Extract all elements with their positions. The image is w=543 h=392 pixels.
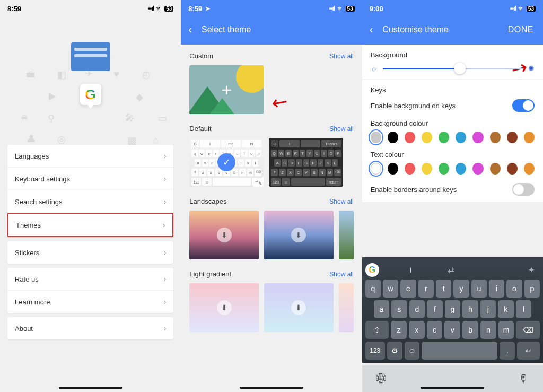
- brightness-slider[interactable]: ☼ ✺: [371, 64, 535, 73]
- home-indicator[interactable]: [240, 387, 303, 389]
- key-shift[interactable]: ⇧: [365, 321, 389, 339]
- menu-item-languages[interactable]: Languages›: [7, 145, 173, 167]
- colour-swatch[interactable]: [507, 163, 518, 175]
- colour-swatch[interactable]: [456, 163, 466, 175]
- colour-swatch[interactable]: [439, 132, 449, 143]
- theme-gradient-1[interactable]: ⬇: [189, 283, 259, 332]
- key-b[interactable]: b: [462, 321, 478, 339]
- back-button[interactable]: ‹: [188, 23, 192, 36]
- menu-item-keyboard-settings[interactable]: Keyboard settings›: [7, 167, 173, 190]
- colour-swatch[interactable]: [524, 132, 535, 143]
- colour-swatch[interactable]: [472, 132, 483, 143]
- pane-customise-theme: 9:00 ••ıl ᯤ 53 ‹ Customise theme DONE ↙ …: [362, 0, 543, 392]
- menu-item-about[interactable]: About›: [7, 317, 173, 339]
- key-backspace[interactable]: ⌫: [516, 321, 540, 339]
- key-k[interactable]: k: [498, 300, 513, 318]
- text-colour-swatches: [371, 163, 535, 175]
- colour-swatch[interactable]: [405, 132, 415, 143]
- key-t[interactable]: t: [436, 280, 451, 298]
- key-z[interactable]: z: [391, 321, 407, 339]
- slider-thumb[interactable]: [454, 63, 466, 74]
- menu-item-themes[interactable]: Themes›: [7, 213, 173, 237]
- suggestion-slot[interactable]: [461, 264, 521, 276]
- home-indicator[interactable]: [59, 387, 122, 389]
- key-settings[interactable]: ⚙: [387, 342, 402, 360]
- key-o[interactable]: o: [506, 280, 522, 298]
- colour-swatch[interactable]: [371, 163, 381, 175]
- colour-swatch[interactable]: [405, 163, 415, 175]
- menu-item-search-settings[interactable]: Search settings›: [7, 190, 173, 213]
- key-q[interactable]: q: [365, 280, 381, 298]
- key-g[interactable]: g: [445, 300, 460, 318]
- translate-icon[interactable]: ⇄: [442, 265, 459, 275]
- key-return[interactable]: ↵: [517, 342, 540, 360]
- home-indicator[interactable]: [421, 387, 484, 389]
- theme-landscape-2[interactable]: ⬇: [264, 211, 334, 259]
- theme-add-custom[interactable]: +: [189, 65, 264, 114]
- menu-item-learn-more[interactable]: Learn more›: [7, 290, 173, 313]
- gboard-hero: 💼︎ ◧ ✈︎ ♥︎ ◴ ▶︎ ◆ 🚘︎ ⚲ 🎤︎ ▭ 👤︎ ◎ ▩ ⌂ G: [0, 42, 181, 141]
- key-emoji[interactable]: ☺: [405, 342, 420, 360]
- theme-default-dark[interactable]: GIThanks QWERTYUIOP ASDFGHJKL ⇧ZXCVBNM⌫ …: [269, 138, 343, 187]
- colour-swatch[interactable]: [439, 163, 449, 175]
- key-d[interactable]: d: [409, 300, 425, 318]
- key-space[interactable]: [422, 342, 497, 360]
- show-all-link[interactable]: Show all: [329, 198, 353, 205]
- show-all-link[interactable]: Show all: [329, 125, 353, 133]
- toggle-enable-bg-keys[interactable]: [512, 99, 535, 112]
- key-n[interactable]: n: [480, 321, 496, 339]
- key-l[interactable]: l: [516, 300, 531, 318]
- theme-gradient-2[interactable]: ⬇: [264, 283, 334, 332]
- key-c[interactable]: c: [427, 321, 443, 339]
- colour-swatch[interactable]: [524, 163, 535, 175]
- selected-check-icon: ✓: [217, 153, 235, 171]
- show-all-link[interactable]: Show all: [329, 53, 353, 60]
- key-period[interactable]: .: [500, 342, 515, 360]
- option-label: Enable background on keys: [371, 102, 456, 110]
- theme-landscape-3[interactable]: [339, 211, 354, 259]
- suggestion-slot[interactable]: I: [381, 264, 441, 276]
- done-button[interactable]: DONE: [508, 25, 533, 34]
- key-r[interactable]: r: [418, 280, 434, 298]
- search-image-icon[interactable]: ✦: [523, 265, 540, 275]
- key-s[interactable]: s: [391, 300, 407, 318]
- google-g-chip[interactable]: G: [365, 263, 379, 277]
- menu-item-rate-us[interactable]: Rate us›: [7, 268, 173, 290]
- colour-swatch[interactable]: [388, 132, 398, 143]
- colour-swatch[interactable]: [472, 163, 483, 175]
- colour-swatch[interactable]: [371, 132, 381, 143]
- key-v[interactable]: v: [444, 321, 460, 339]
- theme-default-light[interactable]: GIthehi qwertyuiop asdfghjkl ⇧zxcvbnm⌫ 1…: [189, 138, 264, 187]
- colour-swatch[interactable]: [456, 132, 466, 143]
- key-j[interactable]: j: [480, 300, 496, 318]
- key-u[interactable]: u: [471, 280, 487, 298]
- toggle-enable-borders[interactable]: [512, 183, 535, 196]
- theme-gradient-3[interactable]: [339, 283, 354, 332]
- show-all-link[interactable]: Show all: [329, 271, 353, 278]
- colour-swatch[interactable]: [422, 132, 432, 143]
- key-y[interactable]: y: [453, 280, 469, 298]
- key-i[interactable]: i: [489, 280, 504, 298]
- colour-swatch[interactable]: [490, 163, 501, 175]
- key-h[interactable]: h: [462, 300, 478, 318]
- menu-label: Learn more: [15, 298, 50, 306]
- key-m[interactable]: m: [498, 321, 514, 339]
- menu-item-stickers[interactable]: Stickers›: [7, 241, 173, 264]
- key-f[interactable]: f: [427, 300, 442, 318]
- theme-landscape-1[interactable]: ⬇: [189, 211, 259, 259]
- back-button[interactable]: ‹: [370, 23, 373, 36]
- download-icon: ⬇: [217, 300, 232, 315]
- key-w[interactable]: w: [383, 280, 398, 298]
- colour-swatch[interactable]: [388, 163, 398, 175]
- globe-icon[interactable]: 🌐︎: [376, 373, 387, 385]
- colour-swatch[interactable]: [490, 132, 501, 143]
- key-e[interactable]: e: [400, 280, 416, 298]
- key-p[interactable]: p: [524, 280, 540, 298]
- colour-swatch[interactable]: [422, 163, 432, 175]
- mic-icon[interactable]: 🎙︎: [519, 373, 529, 385]
- key-a[interactable]: a: [374, 300, 389, 318]
- colour-swatch[interactable]: [507, 132, 518, 143]
- status-bar: 9:00 ••ıl ᯤ 53: [362, 0, 543, 17]
- key-x[interactable]: x: [409, 321, 425, 339]
- key-123[interactable]: 123: [365, 342, 385, 360]
